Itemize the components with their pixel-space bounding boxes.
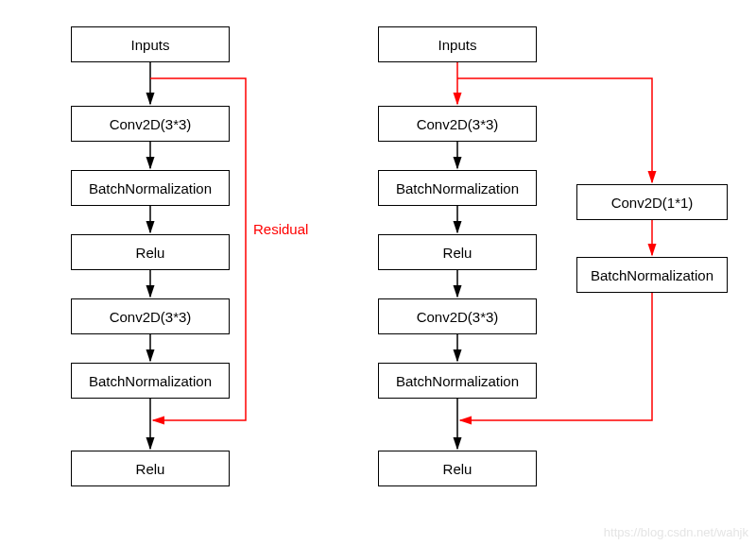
right-shortcut-out-path bbox=[460, 293, 652, 420]
left-residual-path bbox=[150, 78, 246, 420]
right-shortcut-in-path bbox=[457, 78, 652, 182]
diagram-canvas: Inputs Conv2D(3*3) BatchNormalization Re… bbox=[0, 0, 756, 545]
watermark: https://blog.csdn.net/wahjk bbox=[604, 525, 748, 539]
arrows-svg bbox=[0, 0, 756, 545]
